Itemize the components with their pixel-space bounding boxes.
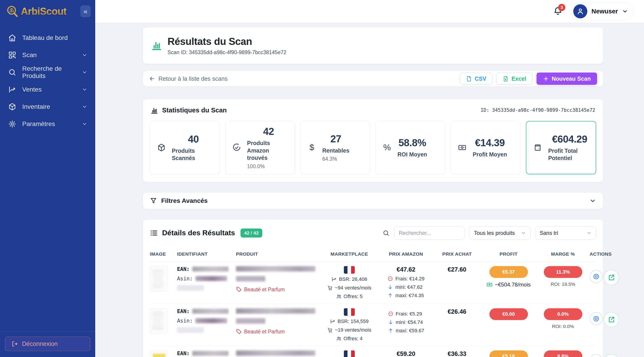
gear-icon bbox=[8, 120, 16, 128]
results-card: Détails des Résultats 42 / 42 Tous les p… bbox=[143, 220, 603, 357]
export-excel-button[interactable]: Excel bbox=[496, 72, 532, 85]
chevron-down-icon bbox=[622, 8, 628, 14]
amazon-price: €47.62 bbox=[397, 266, 416, 273]
scan-id: Scan ID: 345335dd-a98c-4f90-9899-7bcc381… bbox=[168, 50, 286, 56]
monthly-profit: ~€504.78/mois bbox=[486, 282, 531, 288]
cart-icon bbox=[327, 327, 333, 333]
product-filter-select[interactable]: Tous les produits bbox=[469, 226, 530, 240]
open-external-button[interactable] bbox=[604, 312, 619, 327]
new-scan-button[interactable]: Nouveau Scan bbox=[536, 72, 597, 85]
view-details-button[interactable] bbox=[590, 354, 603, 357]
magnifier-chart-logo-icon bbox=[6, 5, 19, 18]
box-icon bbox=[8, 103, 16, 111]
users-icon bbox=[336, 336, 342, 341]
roi-value: ROI: 19.5% bbox=[550, 282, 575, 287]
minus-circle-icon bbox=[388, 276, 393, 282]
profit-badge: €5.37 bbox=[490, 266, 528, 278]
table-row: EAN: Asin: Beauté et Parfum BSR: 26,406 … bbox=[150, 262, 596, 304]
chevron-down-icon bbox=[82, 86, 88, 92]
advanced-filters-toggle[interactable]: Filtres Avancés bbox=[143, 192, 603, 209]
view-details-button[interactable] bbox=[590, 312, 603, 325]
percent-icon: % bbox=[383, 143, 391, 152]
margin-cell: 11.3% ROI: 19.5% bbox=[538, 266, 587, 287]
france-flag-icon bbox=[344, 350, 355, 357]
sidebar-item-scan[interactable]: Scan bbox=[0, 48, 95, 62]
amazon-price-cell: €47.62 Frais: €14.29 mini: €47.62 maxi: … bbox=[379, 266, 433, 298]
arrow-down-icon bbox=[388, 319, 394, 325]
sidebar-item-parametres[interactable]: Paramètres bbox=[0, 117, 95, 131]
sidebar-item-recherche-de-produits[interactable]: Recherche de Produits bbox=[0, 65, 95, 79]
france-flag-icon bbox=[344, 308, 355, 316]
redacted-product-name bbox=[236, 350, 315, 356]
file-icon bbox=[466, 76, 472, 82]
eye-icon bbox=[593, 315, 600, 322]
plus-icon bbox=[543, 76, 549, 82]
open-external-button[interactable] bbox=[604, 354, 619, 357]
profit-cell: €5.37 ~€504.78/mois bbox=[481, 266, 536, 288]
buy-price-cell: €26.46 bbox=[436, 308, 478, 315]
actions-card: Retour à la liste des scans CSV Excel No… bbox=[143, 71, 603, 86]
check-circle-icon bbox=[232, 143, 241, 152]
redacted-ean-value bbox=[192, 266, 228, 272]
open-external-button[interactable] bbox=[604, 270, 619, 285]
bar-chart-icon bbox=[151, 39, 162, 52]
stat-tile-profit-total-potentiel: €604.29 Profit Total Potentiel bbox=[526, 121, 596, 174]
redacted-product-name bbox=[236, 266, 315, 272]
sidebar-item-tableau-de-bord[interactable]: Tableau de bord bbox=[0, 31, 95, 45]
stats-title: Statistiques du Scan bbox=[162, 106, 227, 114]
sidebar-footer: Déconnexion bbox=[0, 332, 95, 357]
sort-select[interactable]: Sans tri bbox=[535, 226, 596, 240]
search-input[interactable] bbox=[394, 226, 465, 240]
profit-cell: €5.18 ~€253.82/mois bbox=[481, 350, 536, 357]
buy-price-cell: €27.60 bbox=[436, 266, 478, 273]
minus-circle-icon bbox=[388, 311, 394, 317]
notification-count-badge: 3 bbox=[558, 4, 565, 11]
product-image bbox=[150, 350, 168, 357]
topbar: 3 Newuser bbox=[95, 0, 644, 23]
banknote-icon bbox=[486, 282, 492, 288]
redacted-product-name-2 bbox=[236, 318, 266, 324]
arrow-up-icon bbox=[388, 293, 393, 298]
tag-icon bbox=[236, 286, 242, 292]
sidebar-item-inventaire[interactable]: Inventaire bbox=[0, 100, 95, 114]
sidebar: ArbiScout « Tableau de bord Scan Recherc… bbox=[0, 0, 95, 357]
category-tag: Beauté et Parfum bbox=[236, 329, 320, 335]
actions-cell bbox=[590, 350, 619, 357]
chevron-down-icon bbox=[586, 230, 592, 236]
page-title: Résultats du Scan bbox=[168, 36, 286, 47]
product-image bbox=[150, 308, 168, 334]
logout-label: Déconnexion bbox=[22, 340, 58, 348]
table-row: EAN: Asin: Beauté et Parfum BSR: 154,559… bbox=[150, 304, 596, 346]
dollar-icon: $ bbox=[310, 143, 314, 152]
marketplace-cell: BSR: 154,559 ~19 ventes/mois Offres: 4 bbox=[322, 308, 376, 342]
sidebar-item-ventes[interactable]: Ventes bbox=[0, 82, 95, 96]
redacted-ean-value bbox=[192, 351, 228, 356]
export-csv-button[interactable]: CSV bbox=[460, 72, 492, 85]
stat-tiles: 40 Produits Scannés 42 Produits Amazon t… bbox=[150, 121, 596, 174]
chevron-down-icon bbox=[589, 198, 596, 204]
user-icon bbox=[576, 7, 584, 16]
margin-cell: 8.8% ROI: 14.3% bbox=[538, 350, 587, 357]
redacted-product-name bbox=[236, 308, 315, 314]
search-icon bbox=[383, 230, 390, 236]
image-cell bbox=[150, 308, 175, 334]
logout-button[interactable]: Déconnexion bbox=[5, 336, 90, 351]
notifications-button[interactable]: 3 bbox=[553, 6, 562, 16]
sidebar-collapse-button[interactable]: « bbox=[80, 6, 91, 17]
view-details-button[interactable] bbox=[590, 270, 603, 283]
sidebar-header: ArbiScout « bbox=[0, 0, 95, 23]
chevron-down-icon bbox=[521, 230, 526, 236]
buy-price: €26.46 bbox=[436, 308, 478, 315]
buy-price-cell: €36.33 bbox=[436, 350, 478, 357]
external-link-icon bbox=[608, 274, 615, 281]
back-to-scans-link[interactable]: Retour à la liste des scans bbox=[149, 75, 228, 82]
user-name: Newuser bbox=[592, 8, 618, 15]
identifier-cell: EAN: Asin: bbox=[177, 266, 234, 294]
scan-results-header-card: Résultats du Scan Scan ID: 345335dd-a98c… bbox=[143, 27, 603, 64]
category-tag: Beauté et Parfum bbox=[236, 286, 320, 293]
marketplace-cell: BSR: 54,296 ~49 ventes/mois Offres: 6 bbox=[322, 350, 376, 357]
redacted-ean-value bbox=[192, 309, 228, 314]
user-menu-button[interactable]: Newuser bbox=[571, 2, 634, 20]
file-excel-icon bbox=[502, 76, 509, 82]
app-logo: ArbiScout bbox=[6, 5, 66, 18]
